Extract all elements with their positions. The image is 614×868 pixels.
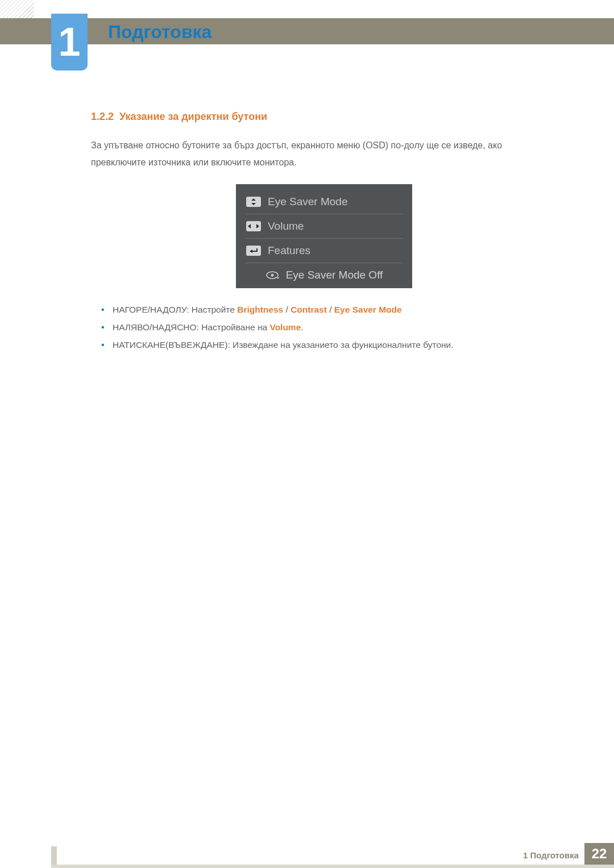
svg-marker-0: [251, 198, 256, 201]
left-right-icon: [246, 221, 261, 231]
osd-panel: Eye Saver Mode Volume Features Eye Saver…: [236, 184, 412, 288]
highlight-term: Volume: [269, 322, 301, 332]
bullet-list: НАГОРЕ/НАДОЛУ: Настройте Brightness / Co…: [91, 301, 557, 354]
osd-row-eye-saver: Eye Saver Mode: [245, 190, 403, 214]
osd-label: Features: [268, 244, 310, 257]
highlight-term: Eye Saver Mode: [334, 305, 402, 314]
svg-point-6: [271, 273, 273, 276]
footer-bar: [51, 865, 614, 868]
corner-hatch-decoration: [0, 0, 34, 20]
eye-icon: [265, 270, 280, 280]
osd-label: Eye Saver Mode: [268, 196, 347, 208]
bullet-text: НАЛЯВО/НАДЯСНО: Настройване на: [113, 322, 269, 332]
osd-status-row: Eye Saver Mode Off: [245, 263, 403, 281]
list-item: НАГОРЕ/НАДОЛУ: Настройте Brightness / Co…: [113, 301, 557, 318]
section-title: Указание за директни бутони: [119, 111, 267, 122]
page-content: 1.2.2Указание за директни бутони За упът…: [91, 111, 557, 354]
bullet-text: НАГОРЕ/НАДОЛУ: Настройте: [113, 305, 237, 314]
osd-status-label: Eye Saver Mode Off: [286, 269, 383, 281]
svg-marker-3: [256, 224, 259, 229]
up-down-icon: [246, 197, 261, 207]
footer-chapter-label: 1 Подготовка: [523, 850, 579, 860]
highlight-term: Brightness: [237, 305, 283, 314]
chapter-title: Подготовка: [108, 22, 211, 43]
section-heading: 1.2.2Указание за директни бутони: [91, 111, 557, 123]
osd-label: Volume: [268, 220, 304, 232]
svg-marker-2: [248, 224, 251, 229]
chapter-number: 1: [59, 22, 81, 62]
osd-row-features: Features: [245, 239, 403, 263]
svg-marker-4: [250, 250, 252, 253]
page-number-box: 22: [584, 843, 614, 865]
osd-row-volume: Volume: [245, 214, 403, 239]
highlight-term: Contrast: [291, 305, 327, 314]
bullet-text: НАТИСКАНЕ(ВЪВЕЖДАНЕ): Извеждане на указа…: [113, 340, 454, 350]
enter-icon: [246, 246, 261, 256]
svg-marker-1: [251, 203, 256, 205]
chapter-number-box: 1: [51, 14, 88, 70]
page-number: 22: [592, 846, 607, 862]
list-item: НАЛЯВО/НАДЯСНО: Настройване на Volume.: [113, 318, 557, 336]
header-bar: [0, 18, 614, 44]
page-footer: 1 Подготовка 22: [0, 843, 614, 868]
section-number: 1.2.2: [91, 111, 114, 122]
list-item: НАТИСКАНЕ(ВЪВЕЖДАНЕ): Извеждане на указа…: [113, 336, 557, 354]
section-intro-text: За упътване относно бутоните за бърз дос…: [91, 137, 557, 172]
